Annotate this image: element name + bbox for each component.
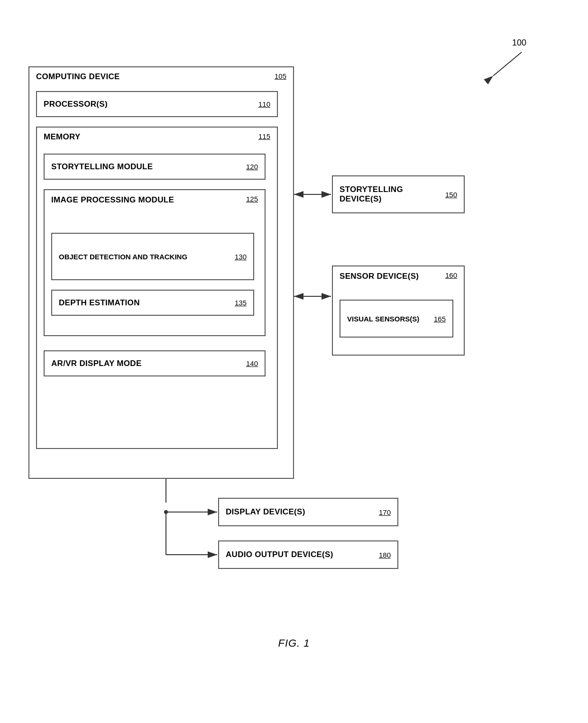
arvr-box: AR/VR DISPLAY MODE 140 <box>44 350 266 376</box>
memory-label: MEMORY <box>44 132 81 142</box>
diagram-container: 100 COMPUTING DEVICE 105 PROCESSOR(S) 11… <box>19 28 569 668</box>
image-processing-label: IMAGE PROCESSING MODULE <box>51 195 174 205</box>
storytelling-device-box: STORYTELLING DEVICE(S) 150 <box>332 175 465 213</box>
memory-ref: 115 <box>258 132 270 140</box>
depth-estimation-ref: 135 <box>235 299 247 307</box>
sensor-device-box: SENSOR DEVICE(S) 160 VISUAL SENSORS(S) 1… <box>332 265 465 356</box>
sensor-device-label: SENSOR DEVICE(S) <box>340 271 419 282</box>
processor-ref: 110 <box>258 100 270 108</box>
memory-box: MEMORY 115 STORYTELLING MODULE 120 IMAGE… <box>36 127 278 449</box>
arvr-label: AR/VR DISPLAY MODE <box>51 359 142 368</box>
display-device-box: DISPLAY DEVICE(S) 170 <box>218 498 398 526</box>
ref-100-label: 100 <box>512 38 526 48</box>
object-detection-label: OBJECT DETECTION AND TRACKING <box>59 253 187 261</box>
audio-output-label: AUDIO OUTPUT DEVICE(S) <box>226 550 333 559</box>
visual-sensors-box: VISUAL SENSORS(S) 165 <box>340 300 453 338</box>
depth-estimation-box: DEPTH ESTIMATION 135 <box>51 290 254 316</box>
object-detection-ref: 130 <box>235 253 247 261</box>
storytelling-device-label: STORYTELLING DEVICE(S) <box>340 185 445 204</box>
display-device-label: DISPLAY DEVICE(S) <box>226 507 305 517</box>
image-processing-ref: 125 <box>246 195 258 203</box>
svg-point-7 <box>164 510 168 514</box>
storytelling-module-ref: 120 <box>246 163 258 171</box>
storytelling-module-box: STORYTELLING MODULE 120 <box>44 154 266 180</box>
arvr-ref: 140 <box>246 359 258 367</box>
storytelling-device-ref: 150 <box>445 191 457 199</box>
processor-label: PROCESSOR(S) <box>44 100 108 109</box>
computing-device-box: COMPUTING DEVICE 105 PROCESSOR(S) 110 ME… <box>28 66 294 479</box>
display-device-ref: 170 <box>379 508 391 516</box>
storytelling-module-label: STORYTELLING MODULE <box>51 162 153 172</box>
fig-caption: FIG. 1 <box>278 637 310 650</box>
object-detection-box: OBJECT DETECTION AND TRACKING 130 <box>51 233 254 280</box>
processor-box: PROCESSOR(S) 110 <box>36 91 278 117</box>
audio-output-box: AUDIO OUTPUT DEVICE(S) 180 <box>218 540 398 569</box>
visual-sensors-label: VISUAL SENSORS(S) <box>347 315 419 323</box>
computing-device-label: COMPUTING DEVICE <box>36 72 120 82</box>
image-processing-box: IMAGE PROCESSING MODULE 125 OBJECT DETEC… <box>44 189 266 336</box>
sensor-device-ref: 160 <box>445 271 457 279</box>
svg-line-10 <box>493 52 522 76</box>
depth-estimation-label: DEPTH ESTIMATION <box>59 298 140 308</box>
computing-device-ref: 105 <box>275 72 286 80</box>
visual-sensors-ref: 165 <box>434 315 446 323</box>
audio-output-ref: 180 <box>379 551 391 559</box>
